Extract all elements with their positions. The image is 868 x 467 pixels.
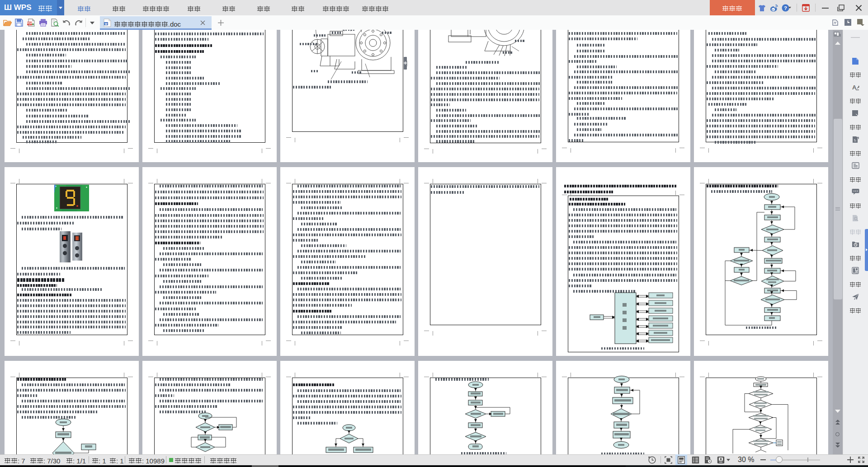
svg-text:W: W: [105, 23, 108, 25]
svg-text:PDF: PDF: [27, 22, 33, 25]
svg-text:?: ?: [784, 5, 787, 11]
